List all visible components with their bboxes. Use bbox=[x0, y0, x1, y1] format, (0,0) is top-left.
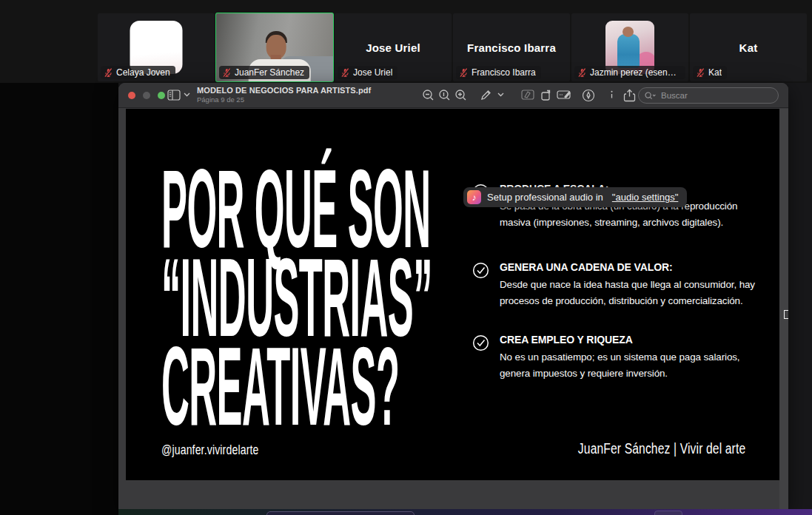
participant-name: Kat bbox=[708, 67, 722, 78]
mic-muted-icon bbox=[459, 68, 469, 78]
markup-toolbar-button[interactable] bbox=[557, 89, 571, 101]
name-badge: Jose Uriel bbox=[338, 66, 397, 79]
participant-name: Celaya Joven bbox=[116, 67, 170, 78]
window-titlebar: MODELO DE NEGOCIOS PARA ARTISTS.pdf Pági… bbox=[118, 83, 788, 108]
check-circle-icon bbox=[472, 262, 489, 279]
sidebar-chevron-icon[interactable] bbox=[184, 92, 190, 97]
pen-nib-circle-button[interactable] bbox=[582, 89, 595, 102]
name-badge: JuanFer Sánchez bbox=[219, 66, 309, 79]
document-title: MODELO DE NEGOCIOS PARA ARTISTS.pdf bbox=[197, 86, 371, 95]
mic-muted-icon bbox=[340, 68, 350, 78]
search-field[interactable] bbox=[638, 87, 779, 104]
share-button[interactable] bbox=[623, 89, 636, 102]
sidebar-toggle-button[interactable] bbox=[167, 90, 181, 101]
slide-footer-handle: @juanfer.vivirdelarte bbox=[161, 442, 258, 458]
mic-muted-icon bbox=[577, 68, 587, 78]
search-icon bbox=[645, 92, 656, 100]
name-badge: Kat bbox=[693, 66, 727, 79]
participant-name: JuanFer Sánchez bbox=[235, 67, 304, 78]
page-indicator: Página 9 de 25 bbox=[197, 96, 371, 104]
participant-tile-celaya[interactable]: Celaya Joven bbox=[98, 13, 215, 81]
check-circle-icon bbox=[472, 334, 489, 351]
fullscreen-button[interactable] bbox=[158, 92, 165, 99]
cursor bbox=[784, 310, 788, 319]
zoom-actual-size-button[interactable] bbox=[438, 89, 451, 101]
participant-strip: Celaya Joven JuanFe bbox=[0, 0, 812, 83]
participant-tile-kat[interactable]: Kat Kat bbox=[690, 13, 807, 81]
document-title-block: MODELO DE NEGOCIOS PARA ARTISTS.pdf Pági… bbox=[197, 86, 371, 104]
window-content: POR QUÉ SON “INDUSTRIAS” CREATIVAS? PROD… bbox=[118, 109, 788, 510]
rotate-button[interactable] bbox=[540, 89, 553, 101]
dock-window-top bbox=[654, 511, 682, 515]
bullet-heading: CREA EMPLEO Y RIQUEZA bbox=[500, 334, 755, 346]
slide-title-line: CREATIVAS? bbox=[161, 342, 432, 431]
info-button[interactable] bbox=[605, 89, 618, 101]
pdf-slide: POR QUÉ SON “INDUSTRIAS” CREATIVAS? PROD… bbox=[126, 109, 779, 480]
desktop-wallpaper-strip bbox=[118, 509, 812, 515]
audio-settings-link[interactable]: "audio settings" bbox=[612, 192, 678, 203]
close-button[interactable] bbox=[128, 92, 135, 99]
slide-bullet: GENERA UNA CADENA DE VALOR: Desde que na… bbox=[472, 261, 762, 309]
mic-muted-icon bbox=[104, 68, 113, 78]
participant-tile-francisco[interactable]: Francisco Ibarra Francisco Ibarra bbox=[453, 13, 570, 81]
dock-window-top bbox=[266, 511, 415, 515]
name-badge: Celaya Joven bbox=[101, 66, 175, 79]
bullet-body: Desde que nace la idea hasta que llega a… bbox=[500, 277, 755, 309]
audio-settings-notification: ♪ Setup professional audio in "audio set… bbox=[463, 187, 687, 207]
name-badge: Francisco Ibarra bbox=[456, 66, 541, 79]
music-note-icon: ♪ bbox=[467, 190, 481, 204]
zoom-meeting-screen: Celaya Joven JuanFe bbox=[0, 0, 812, 515]
name-badge: Jazmin perez (esenci… bbox=[574, 66, 685, 79]
scrollbar[interactable] bbox=[779, 109, 788, 510]
participant-tile-jazmin[interactable]: Jazmin perez (esenci… bbox=[571, 13, 688, 81]
zoom-in-button[interactable] bbox=[454, 89, 467, 101]
participant-tile-juanfer[interactable]: JuanFer Sánchez bbox=[216, 13, 333, 81]
mic-muted-icon bbox=[696, 68, 705, 78]
bullet-heading: GENERA UNA CADENA DE VALOR: bbox=[500, 261, 755, 273]
slide-bullet-list: PRODUCE A ESCALA: Se pasa de la obra úni… bbox=[472, 183, 762, 382]
pencil-chevron-icon[interactable] bbox=[497, 92, 504, 97]
search-input[interactable] bbox=[660, 90, 756, 101]
participant-name: Francisco Ibarra bbox=[472, 67, 536, 78]
zoom-out-button[interactable] bbox=[422, 89, 434, 101]
minimize-button[interactable] bbox=[143, 92, 150, 99]
participant-name: Jazmin perez (esenci… bbox=[590, 67, 680, 78]
highlighter-button[interactable] bbox=[521, 89, 534, 101]
shared-screen: MODELO DE NEGOCIOS PARA ARTISTS.pdf Pági… bbox=[118, 83, 812, 515]
slide-bullet: CREA EMPLEO Y RIQUEZA No es un pasatiemp… bbox=[472, 334, 762, 382]
bullet-body: No es un pasatiempo; es un sistema que p… bbox=[500, 349, 755, 382]
participant-name: Jose Uriel bbox=[353, 67, 392, 78]
mic-muted-icon bbox=[222, 68, 232, 78]
preview-pdf-window: MODELO DE NEGOCIOS PARA ARTISTS.pdf Pági… bbox=[118, 83, 788, 510]
participant-tile-jose[interactable]: Jose Uriel Jose Uriel bbox=[335, 13, 452, 81]
notification-text: Setup professional audio in bbox=[487, 192, 603, 203]
slide-footer-credit: JuanFer Sánchez | Vivir del arte bbox=[578, 440, 745, 457]
markup-pencil-button[interactable] bbox=[480, 89, 492, 101]
